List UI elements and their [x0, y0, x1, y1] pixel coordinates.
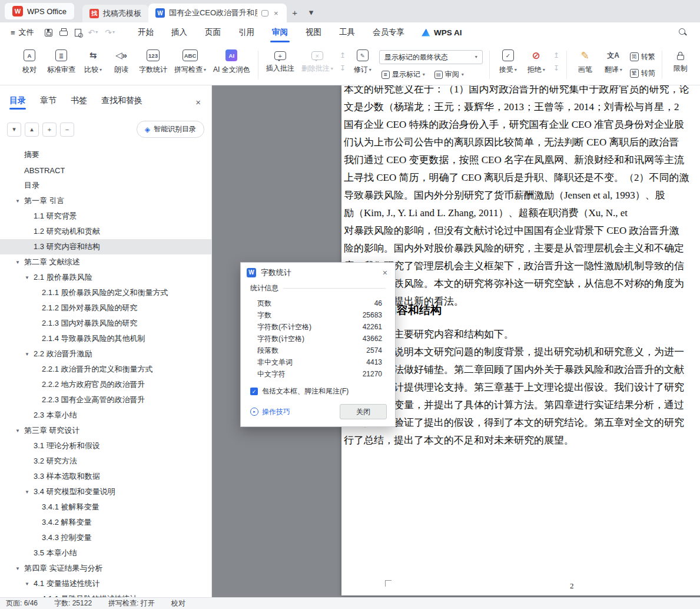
expand-all-button[interactable]: ▴: [25, 123, 39, 137]
menu-tab-开始[interactable]: 开始: [129, 22, 162, 42]
close-tab-icon[interactable]: ×: [273, 9, 280, 18]
menu-tab-审阅[interactable]: 审阅: [263, 22, 297, 42]
spell-check-button[interactable]: ABC 拼写检查▾: [171, 45, 210, 77]
toc-item[interactable]: ▼2.1 股价暴跌风险: [0, 270, 211, 285]
toc-item[interactable]: 3.4.3 控制变量: [0, 530, 211, 545]
status-page[interactable]: 页面: 6/46: [6, 598, 38, 608]
redo-button[interactable]: ↷▾: [105, 28, 115, 37]
proofread-button[interactable]: A 校对: [15, 45, 44, 77]
status-proofread[interactable]: 校对: [171, 598, 185, 608]
zoom-in-button[interactable]: +: [42, 123, 57, 137]
status-word-count[interactable]: 字数: 25122: [54, 598, 92, 608]
tab-list-button[interactable]: ▾: [304, 5, 319, 19]
toc-item[interactable]: ▼第二章 文献综述: [0, 254, 211, 270]
toc-item[interactable]: ▼4.1 变量描述性统计: [0, 576, 211, 591]
restrict-edit-button[interactable]: 限制: [666, 45, 695, 76]
home-tab[interactable]: W WPS Office: [5, 3, 74, 19]
collapse-arrow-icon[interactable]: ▼: [15, 566, 24, 571]
new-tab-button[interactable]: +: [288, 5, 302, 19]
toc-item[interactable]: 1.1 研究背景: [0, 208, 211, 224]
translate-button[interactable]: 文A 翻译▾: [599, 45, 628, 77]
pen-button[interactable]: ✎ 画笔: [571, 45, 599, 77]
collapse-all-button[interactable]: ▾: [7, 123, 21, 137]
tips-link[interactable]: ▸ 操作技巧: [250, 407, 290, 417]
toc-item[interactable]: 2.2.2 地方政府官员的政治晋升: [0, 377, 211, 392]
menu-tab-引用[interactable]: 引用: [230, 22, 263, 42]
print-icon[interactable]: [59, 31, 68, 36]
menu-tab-工具[interactable]: 工具: [330, 22, 364, 42]
toc-item[interactable]: 3.2 研究方法: [0, 454, 211, 469]
undo-button[interactable]: ↶▾: [88, 28, 98, 37]
file-menu-button[interactable]: ≡ 文件: [6, 22, 39, 42]
toc-item[interactable]: ▼第四章 实证结果与分析: [0, 561, 211, 576]
review-pane-button[interactable]: ▤ 审阅 ▾: [432, 68, 466, 81]
toc-item[interactable]: ▼2.2 政治晋升激励: [0, 346, 211, 362]
show-markup-button[interactable]: ≣ 显示标记 ▾: [379, 68, 427, 81]
toc-item[interactable]: ▼第一章 引言: [0, 193, 211, 208]
search-icon[interactable]: [679, 28, 687, 37]
close-sidebar-icon[interactable]: ×: [195, 97, 201, 107]
menu-tab-页面[interactable]: 页面: [196, 22, 230, 42]
close-button[interactable]: 关闭: [340, 404, 387, 419]
toc-item[interactable]: 4.1.1 暴跌风险的描述性统计: [0, 591, 211, 597]
menu-tab-插入[interactable]: 插入: [162, 22, 196, 42]
toc-item[interactable]: 1.3 研究内容和结构: [0, 239, 211, 254]
smart-toc-button[interactable]: ◈ 智能识别目录: [137, 121, 204, 138]
track-changes-button[interactable]: ✎ 修订▾: [349, 45, 377, 77]
standard-review-button[interactable]: ≣ 标准审查: [44, 45, 79, 77]
collapse-arrow-icon[interactable]: ▼: [25, 275, 34, 280]
sidebar-tab[interactable]: 目录: [9, 95, 26, 108]
toc-item[interactable]: 3.4.1 被解释变量: [0, 499, 211, 515]
tab-template-doc[interactable]: 找 找稿壳模板: [82, 5, 148, 22]
status-spell-check[interactable]: 拼写检查: 打开: [108, 598, 155, 608]
collapse-arrow-icon[interactable]: ▼: [15, 198, 24, 204]
toc-item[interactable]: ▼3.4 研究模型和变量说明: [0, 484, 211, 499]
next-change-button[interactable]: ↧: [550, 64, 562, 73]
toc-item[interactable]: ▼第三章 研究设计: [0, 423, 211, 438]
menu-tab-视图[interactable]: 视图: [297, 22, 330, 42]
toc-item[interactable]: 摘要: [0, 147, 211, 163]
print-preview-icon[interactable]: [75, 29, 81, 37]
toc-item[interactable]: 2.3 本章小结: [0, 408, 211, 423]
include-footnotes-checkbox[interactable]: ✓ 包括文本框、脚注和尾注(F): [250, 386, 386, 396]
toc-item[interactable]: 3.3 样本选取和数据: [0, 469, 211, 484]
save-icon[interactable]: [45, 29, 52, 37]
collapse-arrow-icon[interactable]: ▼: [25, 489, 34, 495]
word-count-button[interactable]: 123 字数统计: [135, 45, 171, 77]
sidebar-tab[interactable]: 章节: [40, 95, 57, 108]
ai-polish-button[interactable]: AI AI 全文润色: [210, 45, 254, 77]
menu-tab-会员专享[interactable]: 会员专享: [364, 22, 413, 42]
accept-button[interactable]: ✓ 接受▾: [494, 45, 522, 77]
toc-item[interactable]: 1.2 研究动机和贡献: [0, 224, 211, 239]
sidebar-tab[interactable]: 书签: [71, 95, 87, 108]
markup-state-dropdown[interactable]: 显示标记的最终状态 ▾: [379, 50, 483, 64]
toc-item[interactable]: 3.1 理论分析和假设: [0, 438, 211, 454]
prev-change-button[interactable]: ↥: [550, 51, 562, 60]
toc-item[interactable]: 2.1.3 国内对暴跌风险的研究: [0, 316, 211, 331]
wps-ai-button[interactable]: WPS AI: [413, 22, 470, 42]
toc-item[interactable]: ABSTRACT: [0, 163, 211, 178]
collapse-arrow-icon[interactable]: ▼: [15, 428, 24, 433]
toc-item[interactable]: 目录: [0, 178, 211, 193]
sidebar-tab[interactable]: 查找和替换: [101, 95, 142, 108]
compare-button[interactable]: ⇆ 比较▾: [79, 45, 107, 77]
toc-item[interactable]: 2.1.2 国外对暴跌风险的研究: [0, 300, 211, 316]
toc-item[interactable]: 3.5 本章小结: [0, 545, 211, 561]
toc-item[interactable]: 2.2.3 国有企业高管的政治晋升: [0, 392, 211, 408]
insert-comment-button[interactable]: + 插入批注: [263, 45, 298, 76]
read-aloud-button[interactable]: ◁» 朗读: [107, 45, 135, 77]
toc-item[interactable]: 2.1.1 股价暴跌风险的定义和衡量方式: [0, 285, 211, 300]
delete-comment-button[interactable]: × 删除批注▾: [298, 45, 337, 76]
reject-button[interactable]: ⊘ 拒绝▾: [522, 45, 550, 77]
to-traditional-button[interactable]: 简 转繁: [628, 51, 658, 63]
collapse-arrow-icon[interactable]: ▼: [25, 352, 34, 357]
collapse-arrow-icon[interactable]: ▼: [15, 260, 24, 265]
toc-item[interactable]: 3.4.2 解释变量: [0, 515, 211, 530]
next-comment-button[interactable]: ↧: [337, 64, 349, 73]
prev-comment-button[interactable]: ↥: [337, 51, 349, 60]
toc-item[interactable]: 2.2.1 政治晋升的定义和衡量方式: [0, 362, 211, 377]
collapse-arrow-icon[interactable]: ▼: [25, 581, 34, 587]
tab-current-doc[interactable]: W 国有企业CEO政治晋升和股价 ×: [148, 4, 287, 22]
toc-item[interactable]: 2.1.4 导致暴跌风险的其他机制: [0, 331, 211, 346]
to-simplified-button[interactable]: 繁 转简: [628, 67, 658, 80]
